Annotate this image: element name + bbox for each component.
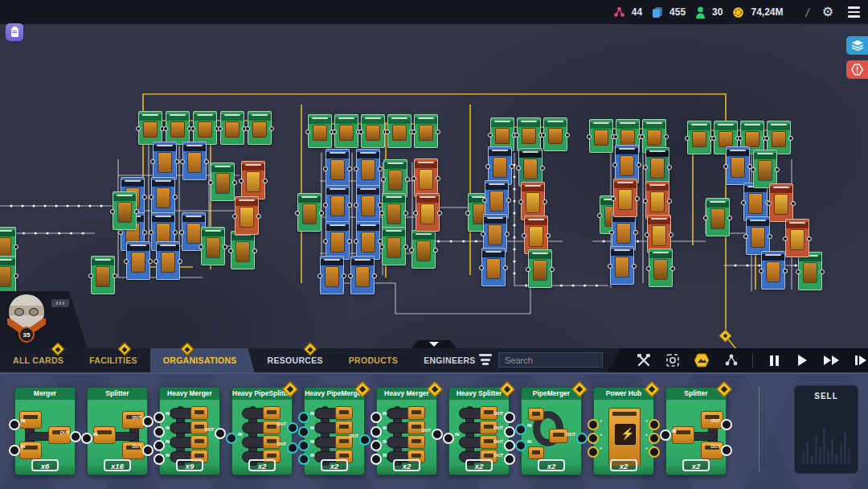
card-port-power[interactable] bbox=[649, 433, 660, 444]
canvas-card[interactable] bbox=[769, 183, 793, 222]
tab-engineers[interactable]: ENGINEERS bbox=[411, 348, 489, 372]
canvas-card[interactable] bbox=[326, 185, 350, 224]
card-port-out[interactable] bbox=[142, 416, 154, 427]
canvas-card[interactable] bbox=[193, 111, 217, 145]
card-port-out[interactable] bbox=[142, 445, 154, 456]
card-port-in[interactable] bbox=[298, 426, 309, 438]
hand-card-splitter[interactable]: SplitterINOUTOUTx2 bbox=[665, 387, 727, 475]
card-port-out[interactable] bbox=[215, 428, 226, 439]
canvas-card[interactable] bbox=[220, 111, 244, 145]
canvas-card[interactable] bbox=[156, 241, 180, 280]
card-port-in[interactable] bbox=[371, 440, 382, 451]
canvas-card[interactable] bbox=[589, 119, 613, 153]
hand-card-pipemerger[interactable]: PipeMergerININOUTx2 bbox=[521, 387, 582, 475]
canvas-card[interactable] bbox=[382, 227, 406, 265]
canvas-card[interactable] bbox=[0, 256, 16, 294]
card-port-power[interactable] bbox=[649, 446, 660, 458]
hand-card-heavy-merger[interactable]: Heavy MergerININININOUTx9 bbox=[159, 387, 220, 475]
card-port-out[interactable] bbox=[70, 431, 81, 442]
canvas-card[interactable] bbox=[726, 146, 750, 185]
layers-button[interactable] bbox=[846, 36, 868, 55]
canvas-card[interactable] bbox=[753, 150, 777, 188]
card-port-power[interactable] bbox=[588, 419, 599, 430]
hand-card-heavy-merger[interactable]: Heavy MergerININININOUTx2 bbox=[376, 387, 437, 475]
card-port-in[interactable] bbox=[154, 426, 165, 438]
canvas-card[interactable] bbox=[138, 111, 162, 145]
card-port-out[interactable] bbox=[287, 422, 298, 434]
canvas-card[interactable] bbox=[235, 196, 259, 235]
canvas-card[interactable] bbox=[649, 249, 673, 287]
card-port-out[interactable] bbox=[504, 412, 515, 423]
canvas-card[interactable] bbox=[743, 183, 768, 221]
card-port-in[interactable] bbox=[154, 454, 165, 465]
canvas-card[interactable] bbox=[785, 219, 809, 257]
canvas-card[interactable] bbox=[485, 180, 509, 219]
tab-resources[interactable]: RESOURCES bbox=[255, 348, 336, 372]
canvas-card[interactable] bbox=[645, 147, 669, 186]
card-port-out[interactable] bbox=[721, 445, 732, 456]
search-input[interactable] bbox=[498, 352, 603, 368]
card-port-out[interactable] bbox=[287, 442, 298, 454]
tab-facilities[interactable]: FACILITIES bbox=[76, 348, 150, 372]
canvas-card[interactable] bbox=[706, 198, 730, 236]
hand-card-heavy-pipemerger[interactable]: Heavy PipeMergerININININOUTx2 bbox=[304, 387, 365, 475]
hand-card-heavy-pipesplitter[interactable]: Heavy PipeSplitterINOUTOUTx2 bbox=[231, 387, 293, 475]
canvas-card[interactable] bbox=[518, 148, 542, 187]
canvas-card[interactable] bbox=[382, 193, 406, 232]
canvas-card[interactable] bbox=[383, 159, 407, 198]
tab-products[interactable]: PRODUCTS bbox=[336, 348, 411, 372]
card-port-in[interactable] bbox=[371, 426, 382, 438]
select-area-icon[interactable] bbox=[665, 352, 681, 368]
card-port-in[interactable] bbox=[298, 454, 309, 465]
canvas-card[interactable] bbox=[231, 231, 255, 269]
card-port-in[interactable] bbox=[154, 440, 165, 451]
pause-button[interactable] bbox=[767, 352, 782, 368]
canvas-card[interactable] bbox=[356, 149, 380, 187]
card-port-in[interactable] bbox=[660, 429, 671, 441]
card-port-out[interactable] bbox=[504, 440, 515, 451]
canvas-card[interactable] bbox=[201, 227, 225, 265]
tab-organisations[interactable]: ORGANISATIONS bbox=[150, 348, 255, 372]
canvas-card[interactable] bbox=[411, 230, 436, 269]
canvas-card[interactable] bbox=[248, 111, 272, 145]
alert-button[interactable] bbox=[846, 60, 868, 79]
card-port-out[interactable] bbox=[504, 426, 515, 438]
player-avatar[interactable]: 35 bbox=[5, 294, 48, 341]
card-port-power[interactable] bbox=[649, 419, 660, 430]
canvas-card[interactable] bbox=[356, 185, 380, 224]
canvas-card[interactable] bbox=[687, 121, 711, 154]
card-port-out[interactable] bbox=[359, 434, 371, 446]
canvas-card[interactable] bbox=[211, 162, 235, 201]
canvas-card[interactable] bbox=[543, 117, 567, 151]
tab-all-cards[interactable]: ALL CARDS bbox=[0, 348, 76, 372]
hand-card-splitter[interactable]: SplitterINOUTOUTx16 bbox=[87, 387, 148, 475]
filter-icon[interactable] bbox=[479, 354, 492, 365]
card-port-in[interactable] bbox=[371, 454, 382, 465]
canvas-card[interactable] bbox=[297, 193, 321, 232]
objectives-clipboard-button[interactable] bbox=[6, 23, 23, 41]
card-port-in[interactable] bbox=[9, 419, 20, 430]
canvas-card[interactable] bbox=[361, 114, 385, 148]
hand-card-power-hub[interactable]: Power Hub⚡++++++x2 bbox=[593, 387, 654, 475]
canvas-card[interactable] bbox=[645, 181, 669, 220]
canvas-card[interactable] bbox=[241, 161, 265, 199]
canvas-card[interactable] bbox=[113, 191, 137, 230]
hand-card-merger[interactable]: MergerININOUTx6 bbox=[14, 387, 76, 475]
canvas-card[interactable] bbox=[524, 216, 548, 254]
canvas-card[interactable] bbox=[153, 142, 177, 180]
canvas-card[interactable] bbox=[356, 221, 380, 260]
play-button[interactable] bbox=[796, 352, 811, 368]
canvas-card[interactable] bbox=[387, 114, 411, 148]
card-port-out[interactable] bbox=[432, 429, 443, 440]
canvas-card[interactable] bbox=[647, 215, 671, 253]
canvas-card[interactable] bbox=[126, 241, 150, 280]
canvas-card[interactable] bbox=[151, 177, 175, 216]
hand-card-heavy-splitter[interactable]: Heavy SplitterINOUTOUTOUTOUTx2 bbox=[448, 387, 510, 475]
canvas-card[interactable] bbox=[481, 248, 506, 286]
network-molecule-icon[interactable] bbox=[723, 352, 739, 368]
canvas-card[interactable] bbox=[350, 256, 375, 294]
canvas-card[interactable] bbox=[746, 216, 770, 255]
canvas-card[interactable] bbox=[517, 117, 541, 151]
settings-gear-icon[interactable]: ⚙ bbox=[822, 6, 833, 18]
card-port-in[interactable] bbox=[298, 440, 309, 451]
